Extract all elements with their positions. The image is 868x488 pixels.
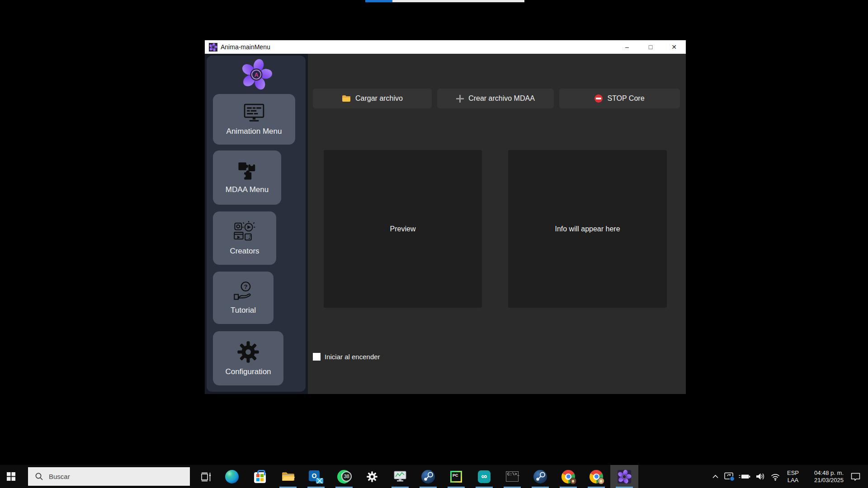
puzzle-icon	[237, 161, 258, 182]
settings-gear-icon	[366, 471, 378, 483]
outlook-envelope-icon	[316, 478, 323, 483]
stop-core-button[interactable]: STOP Core	[559, 89, 680, 108]
sidebar-item-label: Configuration	[225, 367, 271, 376]
whatsapp-icon: 38	[337, 470, 351, 483]
sidebar-item-configuration[interactable]: Configuration	[213, 331, 283, 385]
tray-language-indicator[interactable]: ESP LAA	[783, 465, 803, 488]
plus-icon	[456, 95, 464, 103]
steam-icon	[533, 470, 547, 483]
microsoft-store-icon	[254, 472, 266, 483]
anima-logo-icon: A	[240, 58, 273, 91]
sidebar-item-creators[interactable]: ♪ Creators	[213, 211, 276, 265]
preview-panel: Preview	[324, 150, 482, 308]
maximize-button[interactable]: □	[639, 40, 662, 54]
creators-media-icon: ♪	[233, 221, 256, 243]
taskbar-app-steam[interactable]	[414, 465, 442, 488]
stop-icon	[594, 94, 603, 103]
gear-icon	[236, 340, 260, 364]
edge-icon	[225, 470, 239, 483]
titlebar[interactable]: Anima-mainMenu – □ ✕	[205, 40, 686, 54]
sidebar-item-tutorial[interactable]: ? Tutorial	[213, 272, 274, 324]
desktop: Anima-mainMenu – □ ✕	[0, 0, 868, 488]
startup-checkbox-row[interactable]: Iniciar al encender	[313, 353, 380, 361]
close-button[interactable]: ✕	[662, 40, 686, 54]
sidebar-item-mdaa-menu[interactable]: MDAA Menu	[213, 150, 281, 205]
task-view-button[interactable]	[195, 465, 217, 488]
search-placeholder: Buscar	[49, 473, 70, 480]
file-explorer-icon	[281, 471, 295, 482]
minimize-button[interactable]: –	[615, 40, 639, 54]
tray-sync-notification[interactable]	[722, 465, 737, 488]
taskbar-app-outlook[interactable]: O	[302, 465, 330, 488]
taskbar-app-microsoft-store[interactable]	[246, 465, 274, 488]
taskbar-app-arduino[interactable]: ∞	[470, 465, 498, 488]
music-note-glyph: ♪	[248, 234, 252, 240]
speaker-icon	[755, 472, 765, 481]
chrome-profile-badge	[598, 478, 604, 484]
tray-volume[interactable]	[752, 465, 768, 488]
taskbar-search-input[interactable]: Buscar	[28, 467, 190, 486]
terminal-icon: C:\>_	[506, 471, 519, 482]
taskbar: Buscar	[0, 465, 868, 488]
anima-app-icon	[617, 469, 632, 484]
logo-letter: A	[255, 72, 259, 78]
steam-icon	[421, 470, 435, 483]
tray-time: 04:48 p. m.	[814, 469, 844, 477]
taskbar-app-steam-2[interactable]	[526, 465, 554, 488]
tray-battery[interactable]	[737, 465, 752, 488]
window-title: Anima-mainMenu	[221, 43, 270, 51]
load-file-button[interactable]: Cargar archivo	[313, 89, 432, 108]
toolbar-button-label: STOP Core	[607, 94, 644, 103]
pycharm-icon: PC	[450, 471, 462, 483]
taskbar-app-system-monitor[interactable]	[386, 465, 414, 488]
taskbar-app-file-explorer[interactable]	[274, 465, 302, 488]
taskbar-app-anima[interactable]	[610, 465, 638, 488]
app-icon	[209, 43, 217, 52]
tray-show-hidden-icons[interactable]	[709, 465, 722, 488]
taskbar-app-whatsapp[interactable]: 38	[330, 465, 358, 488]
tray-wifi[interactable]	[768, 465, 783, 488]
arduino-icon: ∞	[478, 470, 491, 483]
background-window-edge-blue	[365, 0, 392, 2]
taskbar-app-edge[interactable]	[218, 465, 246, 488]
sidebar-item-label: Creators	[230, 247, 259, 256]
chrome-profile-badge	[570, 478, 576, 484]
startup-checkbox-label: Iniciar al encender	[325, 353, 380, 361]
sidebar-item-animation-menu[interactable]: Animation Menu	[213, 94, 295, 145]
sync-screen-icon	[724, 472, 735, 482]
create-mdaa-button[interactable]: Crear archivo MDAA	[437, 89, 554, 108]
folder-icon	[342, 95, 351, 102]
background-window-edge-white	[392, 0, 524, 2]
system-monitor-icon	[394, 471, 406, 482]
hand-question-icon: ?	[232, 281, 255, 302]
chrome-icon	[561, 470, 575, 483]
info-placeholder-text: Info will appear here	[555, 225, 620, 233]
startup-checkbox[interactable]	[313, 353, 321, 361]
taskbar-app-pycharm[interactable]: PC	[442, 465, 470, 488]
taskbar-app-chrome-profile-2[interactable]	[582, 465, 610, 488]
language-code: ESP	[787, 469, 799, 477]
battery-charging-icon	[739, 473, 751, 480]
sidebar-item-label: MDAA Menu	[226, 185, 269, 194]
start-button[interactable]	[0, 465, 22, 488]
taskbar-app-chrome-profile-1[interactable]	[554, 465, 582, 488]
taskbar-app-settings[interactable]	[358, 465, 386, 488]
sidebar-item-label: Animation Menu	[226, 127, 282, 136]
preview-placeholder-text: Preview	[390, 225, 416, 233]
tray-clock[interactable]: 04:48 p. m. 21/03/2025	[803, 465, 845, 488]
monitor-icon	[242, 103, 266, 123]
task-view-icon	[201, 472, 212, 482]
tray-date: 21/03/2025	[814, 477, 844, 484]
toolbar-button-label: Cargar archivo	[355, 94, 403, 103]
taskbar-app-terminal[interactable]: C:\>_	[498, 465, 526, 488]
action-center-button[interactable]	[845, 465, 865, 488]
outlook-icon: O	[309, 470, 323, 483]
language-region: LAA	[788, 477, 799, 484]
windows-logo-icon	[7, 472, 15, 481]
system-tray: ESP LAA 04:48 p. m. 21/03/2025	[709, 465, 868, 488]
sidebar-item-label: Tutorial	[231, 306, 256, 315]
action-center-icon	[850, 472, 861, 482]
whatsapp-badge: 38	[341, 471, 352, 482]
toolbar-button-label: Crear archivo MDAA	[468, 94, 535, 103]
main-content: Cargar archivo Crear archivo MDAA STOP C…	[308, 54, 686, 394]
